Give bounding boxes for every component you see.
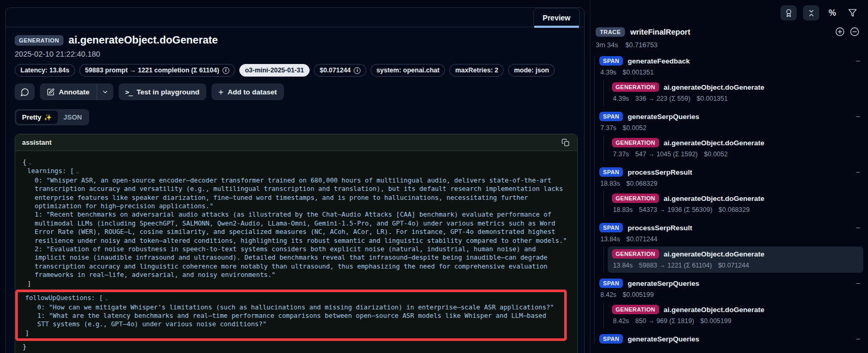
json-line-followup-1: 1: "What are the latency benchmarks and … — [25, 312, 561, 329]
span-children: GENERATION ai.generateObject.doGenerate … — [604, 191, 868, 217]
filter-button[interactable] — [845, 6, 859, 20]
generation-tokens: 850 → 969 (Σ 1819) — [636, 317, 694, 325]
info-icon: i — [354, 67, 361, 74]
collapse-node-icon[interactable]: − — [856, 113, 860, 120]
span-cost: $0.068329 — [627, 180, 658, 187]
span-row[interactable]: SPAN generateSerpQueries − — [599, 279, 868, 288]
span-duration: 18.83s — [600, 180, 620, 187]
collapse-chevron-icon[interactable]: ⌄ — [28, 159, 31, 165]
annotation-highlight-box: followUpQuestions: [⌄ 0: "How can we mit… — [15, 290, 567, 341]
tab-preview[interactable]: Preview — [533, 8, 580, 27]
collapse-node-icon[interactable]: − — [856, 335, 860, 343]
annotate-button[interactable]: Annotate — [40, 83, 97, 100]
span-row[interactable]: SPAN processSerpResult − — [599, 167, 868, 177]
test-in-playground-button[interactable]: >_ Test in playground — [119, 83, 206, 100]
generation-metrics: 18.83s 54373 → 1936 (Σ 56309) $0.068329 — [613, 206, 859, 213]
tree-node-generation[interactable]: GENERATION ai.generateObject.doGenerate … — [608, 80, 863, 106]
generation-badge: GENERATION — [612, 249, 659, 259]
observation-detail: GENERATION ai.generateObject.doGenerate … — [6, 27, 584, 353]
assistant-output-card: assistant {⌄ learnings: [⌄ 0: "Whisper A… — [15, 134, 578, 353]
span-name: processSerpResult — [628, 224, 851, 232]
observation-type-badge: GENERATION — [15, 35, 63, 46]
trace-root-row[interactable]: TRACE writeFinalReport — [590, 27, 868, 37]
generation-name: ai.generateObject.doGenerate — [664, 250, 851, 258]
info-icon: i — [223, 67, 229, 74]
json-output-viewer: {⌄ learnings: [⌄ 0: "Whisper ASR, an ope… — [15, 151, 577, 353]
filter-icon — [848, 8, 857, 17]
show-metrics-button[interactable]: % — [825, 6, 839, 20]
active-tab-indicator — [534, 26, 579, 28]
json-line-learnings-close: ] — [23, 280, 570, 288]
toggle-pretty-label: Pretty — [22, 113, 41, 121]
terminal-icon: >_ — [125, 88, 133, 96]
trace-toolbar: % — [590, 5, 868, 20]
tree-node-generation[interactable]: GENERATION ai.generateObject.doGenerate … — [608, 191, 863, 217]
collapse-node-icon[interactable]: − — [856, 168, 860, 176]
collapse-chevron-icon[interactable]: ⌄ — [105, 295, 108, 301]
span-duration: 13.84s — [600, 236, 620, 243]
generation-duration: 18.83s — [613, 206, 633, 213]
annotate-dropdown-button[interactable] — [97, 83, 113, 100]
generation-badge: GENERATION — [612, 82, 659, 92]
toggle-pretty[interactable]: Pretty ✨ — [16, 111, 58, 124]
span-badge: SPAN — [599, 112, 623, 121]
generation-metrics: 4.39s 336 → 223 (Σ 559) $0.001351 — [613, 95, 859, 102]
annotate-split-button: Annotate — [40, 83, 113, 100]
span-badge: SPAN — [599, 279, 623, 288]
tree-node-span: SPAN processSerpResult − 13.84s $0.07124… — [599, 223, 868, 273]
collapse-panel-button[interactable] — [803, 5, 819, 20]
trace-badge: TRACE — [596, 27, 625, 37]
span-row[interactable]: SPAN generateFeedback − — [599, 56, 868, 66]
trace-cost: $0.716753 — [626, 41, 658, 49]
copy-icon — [562, 138, 569, 146]
plus-icon: + — [218, 88, 224, 97]
tree-node-span: SPAN generateSerpQueries − 8.42s $0.0051… — [599, 279, 868, 328]
collapse-node-icon[interactable]: − — [856, 280, 860, 287]
annotate-button-label: Annotate — [59, 88, 90, 96]
output-format-toggle: Pretty ✨ JSON — [15, 109, 89, 125]
latency-badge: Latency: 13.84s — [15, 64, 75, 77]
copy-button[interactable] — [560, 137, 570, 147]
span-name: processSerpResult — [628, 168, 851, 176]
tree-node-generation-selected[interactable]: GENERATION ai.generateObject.doGenerate … — [608, 247, 863, 273]
span-metrics: 18.83s $0.068329 — [600, 180, 868, 187]
model-badge[interactable]: o3-mini-2025-01-31 — [239, 64, 310, 77]
token-usage-label: 59883 prompt → 1221 completion (Σ 61104) — [85, 67, 219, 74]
json-line-followup-0: 0: "How can we mitigate Whisper's limita… — [25, 303, 561, 312]
tree-node-generation[interactable]: GENERATION ai.generateObject.doGenerate … — [608, 135, 863, 162]
json-line-learnings-key: learnings: [⌄ — [23, 167, 570, 176]
collapse-chevron-icon[interactable]: ⌄ — [76, 168, 79, 174]
collapse-node-icon[interactable]: − — [856, 224, 860, 231]
span-badge: SPAN — [599, 334, 623, 344]
toggle-json[interactable]: JSON — [58, 111, 88, 124]
generation-cost: $0.001351 — [697, 95, 728, 102]
collapse-node-icon[interactable]: − — [856, 57, 860, 65]
trace-tree-panel: % TRACE writeFinalReport 3m 34s $0.71675… — [590, 0, 868, 353]
span-children: GENERATION ai.generateObject.doGenerate … — [604, 135, 868, 162]
trace-title: writeFinalReport — [630, 28, 830, 36]
tree-node-generation[interactable]: GENERATION ai.generateObject.doGenerate … — [608, 302, 863, 328]
span-metrics: 7.37s $0.0052 — [600, 124, 868, 132]
span-badge: SPAN — [599, 56, 623, 66]
latency-badge-label: Latency: 13.84s — [20, 67, 69, 74]
add-to-dataset-button[interactable]: + Add to dataset — [211, 83, 284, 100]
award-icon — [785, 9, 793, 17]
span-metrics: 4.39s $0.001351 — [600, 69, 868, 76]
cost-badge[interactable]: $0.071244 i — [314, 64, 366, 77]
span-row[interactable]: SPAN generateSerpQueries − — [599, 112, 868, 121]
tree-node-span: SPAN generateSerpQueries − 7.37s $0.0052… — [599, 112, 868, 162]
max-retries-label: maxRetries: 2 — [455, 67, 498, 74]
collapse-all-button[interactable] — [850, 27, 860, 37]
span-row[interactable]: SPAN processSerpResult − — [599, 223, 868, 232]
span-row[interactable]: SPAN generateSerpQueries − — [599, 334, 868, 344]
collapse-icon — [807, 9, 816, 17]
add-to-dataset-label: Add to dataset — [228, 88, 277, 96]
system-badge: system: openai.chat — [371, 64, 445, 77]
generation-cost: $0.005199 — [701, 317, 732, 325]
comment-button[interactable] — [15, 83, 35, 100]
token-usage-badge[interactable]: 59883 prompt → 1221 completion (Σ 61104)… — [79, 64, 235, 77]
generation-duration: 7.37s — [613, 151, 629, 158]
observation-actions: Annotate >_ Test in playground + Add to … — [15, 83, 575, 100]
annotation-queue-button[interactable] — [780, 5, 797, 20]
expand-all-button[interactable] — [835, 27, 845, 37]
